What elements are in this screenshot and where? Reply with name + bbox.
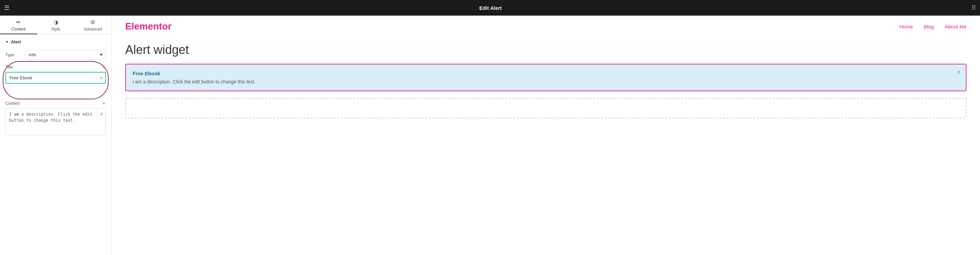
page-heading: Alert widget <box>112 37 980 64</box>
topbar: ☰ Edit Alert ⠿ <box>0 0 980 16</box>
canvas: Elementor Home Blog About Me Alert widge… <box>112 16 980 255</box>
tab-content[interactable]: ✏ Content <box>0 16 37 34</box>
sidebar-tabs: ✏ Content ◑ Style ⚙ Advanced <box>0 16 111 35</box>
content-label: Content <box>5 101 20 106</box>
content-label-row: Content ✦ <box>5 101 106 106</box>
title-dynamic-icon[interactable]: ✦ <box>102 64 106 70</box>
title-label: Title <box>5 65 13 69</box>
title-text-align-icon[interactable]: ≡ <box>97 73 105 83</box>
section-label: Alert <box>11 39 21 45</box>
title-label-row: Title ✦ <box>5 64 106 70</box>
sidebar-content: ▼ Alert Type Info Warning Success Danger… <box>0 35 111 255</box>
title-input-row: ≡ <box>5 72 106 84</box>
topbar-title: Edit Alert <box>14 5 967 11</box>
nav-link-home[interactable]: Home <box>899 24 913 29</box>
page-nav: Elementor Home Blog About Me <box>112 16 980 37</box>
sidebar: ✏ Content ◑ Style ⚙ Advanced ▼ Alert Typ… <box>0 16 112 255</box>
alert-widget: Free Ebook I am a description. Click the… <box>125 64 966 91</box>
title-input[interactable] <box>6 72 97 83</box>
type-select[interactable]: Info Warning Success Danger <box>25 50 106 60</box>
alert-description: I am a description. Click the edit butto… <box>133 79 959 85</box>
tab-advanced[interactable]: ⚙ Advanced <box>74 16 111 34</box>
alert-section-header: ▼ Alert <box>5 39 106 45</box>
nav-link-about[interactable]: About Me <box>945 24 966 29</box>
content-textarea[interactable]: I am a description. Click the edit butto… <box>6 109 97 136</box>
alert-close-button[interactable]: × <box>957 69 960 75</box>
title-input-wrapper: ≡ <box>5 72 106 84</box>
nav-links: Home Blog About Me <box>899 24 966 29</box>
grid-icon[interactable]: ⠿ <box>972 4 976 11</box>
type-label: Type <box>5 53 22 57</box>
content-textarea-wrapper: I am a description. Click the edit butto… <box>5 108 106 136</box>
alert-title: Free Ebook <box>133 71 959 76</box>
tab-style-label: Style <box>51 27 60 32</box>
gear-icon: ⚙ <box>90 19 95 26</box>
nav-logo: Elementor <box>125 21 172 32</box>
content-field-container: Content ✦ I am a description. Click the … <box>5 101 106 136</box>
page-title: Alert widget <box>125 43 966 57</box>
type-field-row: Type Info Warning Success Danger <box>5 50 106 60</box>
nav-link-blog[interactable]: Blog <box>924 24 934 29</box>
section-arrow-icon: ▼ <box>5 40 9 44</box>
empty-section-placeholder <box>125 98 966 118</box>
title-field-container: Title ✦ ≡ <box>5 64 106 84</box>
tab-advanced-label: Advanced <box>84 27 102 32</box>
pencil-icon: ✏ <box>16 19 21 26</box>
circle-half-icon: ◑ <box>54 19 58 26</box>
hamburger-icon[interactable]: ☰ <box>4 4 10 11</box>
content-text-align-icon[interactable]: ≡ <box>97 109 106 119</box>
tab-style[interactable]: ◑ Style <box>37 16 75 34</box>
page-content: Elementor Home Blog About Me Alert widge… <box>112 16 980 255</box>
tab-content-label: Content <box>11 27 26 32</box>
main-layout: ✏ Content ◑ Style ⚙ Advanced ▼ Alert Typ… <box>0 16 980 255</box>
content-dynamic-icon[interactable]: ✦ <box>102 101 106 106</box>
